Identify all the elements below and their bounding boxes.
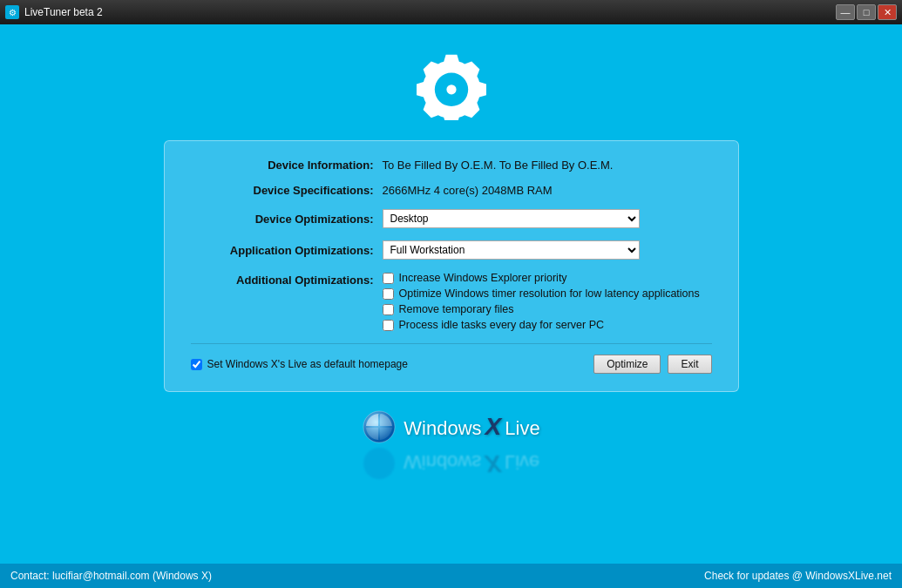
action-buttons: Optimize Exit (593, 355, 711, 374)
branding-section: Windows X Live Windows X Live (362, 409, 539, 481)
status-bar: Contact: lucifiar@hotmail.com (Windows X… (0, 564, 902, 588)
minimize-button[interactable]: — (836, 4, 855, 20)
title-bar-text: LiveTuner beta 2 (24, 6, 103, 18)
checkbox-cb4[interactable] (383, 320, 394, 331)
device-info-label: Device Information: (191, 159, 383, 172)
status-left: Contact: lucifiar@hotmail.com (Windows X… (10, 570, 212, 582)
device-info-value: To Be Filled By O.E.M. To Be Filled By O… (383, 159, 614, 172)
windows-orb-icon (362, 409, 397, 444)
close-button[interactable]: ✕ (878, 4, 897, 20)
additional-opt-row: Additional Optimizations: Increase Windo… (191, 272, 712, 331)
title-bar-controls: — □ ✕ (836, 4, 897, 20)
live-text: Live (505, 417, 539, 440)
svg-point-1 (446, 84, 456, 94)
device-specs-row: Device Specifications: 2666MHz 4 core(s)… (191, 184, 712, 197)
checkbox-item-cb1[interactable]: Increase Windows Explorer priority (383, 272, 700, 284)
app-opt-row: Application Optimizations: Full Workstat… (191, 240, 712, 260)
checkbox-cb3[interactable] (383, 304, 394, 315)
optimize-button[interactable]: Optimize (593, 355, 661, 374)
svg-point-2 (363, 411, 395, 443)
panel-bottom: Set Windows X's Live as default homepage… (191, 355, 712, 374)
device-specs-label: Device Specifications: (191, 184, 383, 197)
checkbox-item-cb2[interactable]: Optimize Windows timer resolution for lo… (383, 287, 700, 300)
branding-reflection: Windows X Live (362, 446, 539, 481)
device-specs-value: 2666MHz 4 core(s) 2048MB RAM (383, 184, 553, 197)
maximize-button[interactable]: □ (857, 4, 876, 20)
x-text: X (485, 413, 502, 441)
additional-opt-label: Additional Optimizations: (191, 272, 383, 287)
branding-text: Windows X Live (404, 413, 539, 441)
homepage-label[interactable]: Set Windows X's Live as default homepage (191, 358, 408, 370)
homepage-text: Set Windows X's Live as default homepage (207, 358, 408, 370)
checkbox-label-cb4: Process idle tasks every day for server … (399, 319, 605, 331)
branding-logo: Windows X Live (362, 409, 539, 444)
panel-divider (191, 343, 712, 344)
gear-icon (417, 51, 486, 123)
checkbox-label-cb1: Increase Windows Explorer priority (399, 272, 567, 284)
device-opt-row: Device Optimizations: DesktopLaptopServe… (191, 209, 712, 228)
settings-panel: Device Information: To Be Filled By O.E.… (164, 140, 739, 392)
svg-point-3 (363, 448, 395, 479)
device-opt-select[interactable]: DesktopLaptopServer (383, 209, 640, 228)
device-opt-label: Device Optimizations: (191, 213, 383, 226)
exit-button[interactable]: Exit (668, 355, 711, 374)
device-info-row: Device Information: To Be Filled By O.E.… (191, 159, 712, 172)
checkbox-group: Increase Windows Explorer priorityOptimi… (383, 272, 700, 331)
title-bar: ⚙ LiveTuner beta 2 — □ ✕ (0, 0, 902, 24)
main-area: Device Information: To Be Filled By O.E.… (0, 24, 902, 588)
checkbox-cb1[interactable] (383, 273, 394, 284)
windows-text: Windows (404, 417, 481, 440)
checkbox-label-cb3: Remove temporary files (399, 303, 514, 315)
app-opt-label: Application Optimizations: (191, 244, 383, 257)
checkbox-item-cb4[interactable]: Process idle tasks every day for server … (383, 319, 700, 331)
status-right: Check for updates @ WindowsXLive.net (704, 570, 892, 582)
checkbox-label-cb2: Optimize Windows timer resolution for lo… (399, 287, 700, 300)
app-opt-select[interactable]: Full WorkstationGamingServerMinimal (383, 240, 640, 260)
checkbox-item-cb3[interactable]: Remove temporary files (383, 303, 700, 315)
app-icon: ⚙ (5, 5, 19, 19)
checkbox-cb2[interactable] (383, 288, 394, 300)
homepage-checkbox[interactable] (191, 359, 202, 370)
